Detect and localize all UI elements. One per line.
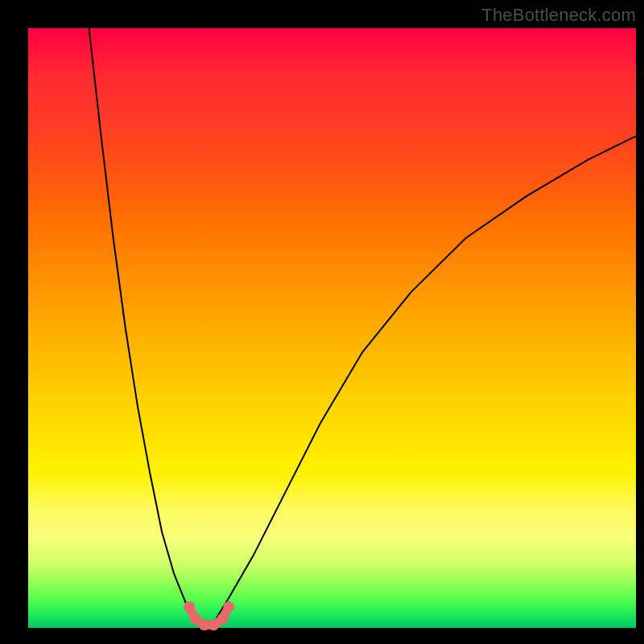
marker-dot	[223, 601, 234, 613]
watermark-text: TheBottleneck.com	[481, 5, 636, 26]
marker-dot	[184, 601, 195, 613]
plot-area	[28, 28, 636, 628]
bottleneck-markers	[184, 601, 234, 630]
chart-frame: TheBottleneck.com	[0, 0, 644, 644]
chart-svg	[28, 28, 636, 628]
left-curve	[89, 28, 211, 628]
right-curve	[211, 136, 637, 628]
marker-dot	[217, 613, 229, 625]
